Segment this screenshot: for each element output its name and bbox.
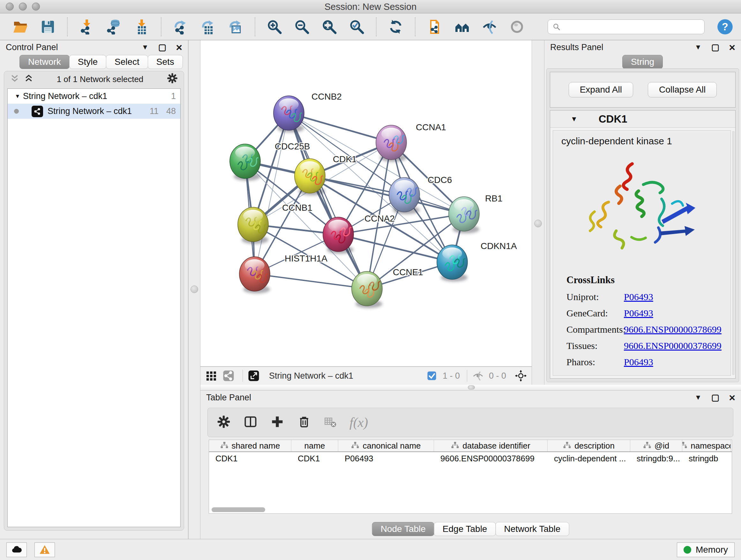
tab-select[interactable]: Select — [106, 55, 148, 69]
import-network-button[interactable] — [78, 17, 95, 36]
collapse-all-networks-icon[interactable] — [10, 73, 19, 85]
svg-text:CCNA2: CCNA2 — [364, 213, 395, 224]
tab-network[interactable]: Network — [19, 55, 70, 69]
network-label: String Network – cdk1 — [48, 106, 142, 116]
export-table-button[interactable] — [200, 17, 216, 36]
network-node-CDK1[interactable]: CDK1 — [294, 154, 357, 195]
tab-style[interactable]: Style — [69, 55, 106, 69]
first-neighbors-button[interactable] — [454, 17, 470, 36]
crosslink-link[interactable]: 9606.ENSP00000378699 — [624, 340, 722, 351]
help-button[interactable]: ? — [717, 18, 733, 35]
float-panel-icon[interactable]: ▢ — [711, 42, 720, 52]
delete-column-icon[interactable] — [297, 415, 311, 430]
float-panel-icon[interactable]: ▢ — [158, 42, 166, 52]
open-in-window-icon[interactable] — [247, 369, 261, 383]
network-options-gear-icon[interactable] — [166, 72, 178, 86]
collapse-all-button[interactable]: Collapse All — [648, 82, 717, 98]
network-node-CDKN1A[interactable]: CDKN1A — [437, 241, 517, 282]
network-node-CCNA1[interactable]: CCNA1 — [376, 122, 446, 162]
tab-node-table[interactable]: Node Table — [372, 522, 434, 536]
column-header-database-identifier[interactable]: database identifier — [434, 440, 548, 451]
fit-selected-crosshair-icon[interactable] — [514, 369, 528, 383]
close-panel-icon[interactable]: × — [729, 393, 735, 401]
crosslink-link[interactable]: P06493 — [624, 357, 653, 368]
show-all-button[interactable] — [509, 17, 525, 36]
column-header-canonical-name[interactable]: canonical name — [338, 440, 434, 451]
network-edge-HIST1H1A-CCNE1[interactable] — [255, 274, 367, 289]
tab-network-table[interactable]: Network Table — [495, 522, 569, 536]
expand-all-button[interactable]: Expand All — [569, 82, 633, 98]
left-splitter-grip[interactable] — [191, 286, 198, 293]
open-session-button[interactable] — [12, 17, 29, 36]
toolbar-separator — [161, 17, 161, 37]
network-collection-row[interactable]: ▼ String Network – cdk1 1 — [8, 89, 180, 104]
memory-button[interactable]: Memory — [677, 543, 735, 557]
zoom-in-button[interactable] — [266, 17, 283, 36]
save-session-button[interactable] — [40, 17, 56, 36]
left-splitter[interactable] — [188, 40, 200, 539]
import-table-button[interactable] — [133, 17, 150, 36]
column-header-description[interactable]: description — [548, 440, 630, 451]
network-node-HIST1H1A[interactable]: HIST1H1A — [239, 253, 327, 294]
tree-expander-icon[interactable]: ▼ — [12, 93, 23, 100]
results-scrollbar[interactable] — [732, 131, 735, 375]
crosslink-link[interactable]: P06493 — [624, 292, 653, 302]
panel-menu-icon[interactable]: ▼ — [695, 43, 702, 51]
crosslink-label: GeneCard: — [566, 308, 624, 319]
table-horizontal-scrollbar[interactable] — [212, 507, 265, 512]
tab-edge-table[interactable]: Edge Table — [434, 522, 496, 536]
expand-all-networks-icon[interactable] — [24, 73, 33, 85]
panel-menu-icon[interactable]: ▼ — [695, 393, 702, 401]
network-node-CCNA2[interactable]: CCNA2 — [323, 213, 395, 254]
right-splitter[interactable] — [532, 40, 544, 385]
close-panel-icon[interactable]: × — [729, 43, 735, 51]
close-panel-icon[interactable]: × — [176, 43, 182, 51]
crosslinks-section: CrossLinks Uniprot: P06493GeneCard: P064… — [553, 266, 731, 368]
tab-string[interactable]: String — [622, 55, 663, 69]
export-image-button[interactable] — [227, 17, 244, 36]
column-header-name[interactable]: name — [291, 440, 338, 451]
table-options-gear-icon[interactable] — [217, 415, 231, 430]
zoom-fit-button[interactable] — [321, 17, 338, 36]
panel-menu-icon[interactable]: ▼ — [142, 43, 149, 51]
hide-selection-button[interactable] — [481, 17, 498, 36]
collapse-entry-icon[interactable]: ▼ — [570, 115, 578, 123]
tab-sets[interactable]: Sets — [148, 55, 183, 69]
node-details-header[interactable]: ▼ CDK1 — [550, 111, 735, 128]
network-row-selected[interactable]: String Network – cdk1 11 48 — [8, 104, 180, 119]
right-splitter-grip[interactable] — [534, 220, 542, 227]
network-overview-icon[interactable] — [221, 369, 235, 383]
search-input[interactable] — [564, 22, 700, 32]
network-node-RB1[interactable]: RB1 — [449, 193, 502, 233]
table-row[interactable]: CDK1CDK1P064939606.ENSP00000378699cyclin… — [209, 452, 732, 465]
selected-checkbox-icon[interactable] — [425, 369, 439, 383]
import-network-database-button[interactable] — [106, 17, 123, 36]
column-header-namespace[interactable]: namespace — [682, 440, 731, 451]
add-column-icon[interactable] — [270, 415, 284, 430]
column-header--id[interactable]: @id — [630, 440, 682, 451]
network-edge-CCNB2-CCNA1[interactable] — [289, 113, 391, 142]
zoom-out-button[interactable] — [293, 17, 310, 36]
crosslink-link[interactable]: 9606.ENSP00000378699 — [624, 324, 722, 335]
zoom-selected-button[interactable] — [348, 17, 365, 36]
control-panel: Control Panel ▼ ▢ × NetworkStyleSelectSe… — [0, 40, 188, 539]
warnings-button[interactable] — [35, 543, 55, 557]
export-network-button[interactable] — [172, 17, 189, 36]
network-canvas[interactable]: CCNB2 CCNA1 CDC25B CDK1 CDC6 RB1 CCNB1 C… — [200, 40, 532, 367]
horizontal-splitter-grip[interactable] — [468, 385, 475, 389]
float-panel-icon[interactable]: ▢ — [711, 392, 720, 402]
crosslink-label: Pharos: — [566, 357, 624, 368]
cloud-status-button[interactable] — [6, 543, 27, 557]
table-cell: CDK1 — [209, 452, 291, 465]
crosslink-link[interactable]: P06493 — [624, 308, 653, 319]
refresh-button[interactable] — [387, 17, 404, 36]
horizontal-splitter[interactable] — [200, 385, 741, 390]
birdseye-grid-icon[interactable] — [204, 369, 218, 383]
network-graph[interactable]: CCNB2 CCNA1 CDC25B CDK1 CDC6 RB1 CCNB1 C… — [200, 40, 532, 367]
new-network-from-selection-button[interactable] — [426, 17, 443, 36]
column-header-shared-name[interactable]: shared name — [209, 440, 291, 451]
network-edge-CCNB2-HIST1H1A[interactable] — [255, 113, 289, 274]
titlebar: Session: New Session — [0, 0, 741, 13]
export-image-icon — [228, 19, 243, 35]
show-columns-icon[interactable] — [244, 415, 258, 430]
